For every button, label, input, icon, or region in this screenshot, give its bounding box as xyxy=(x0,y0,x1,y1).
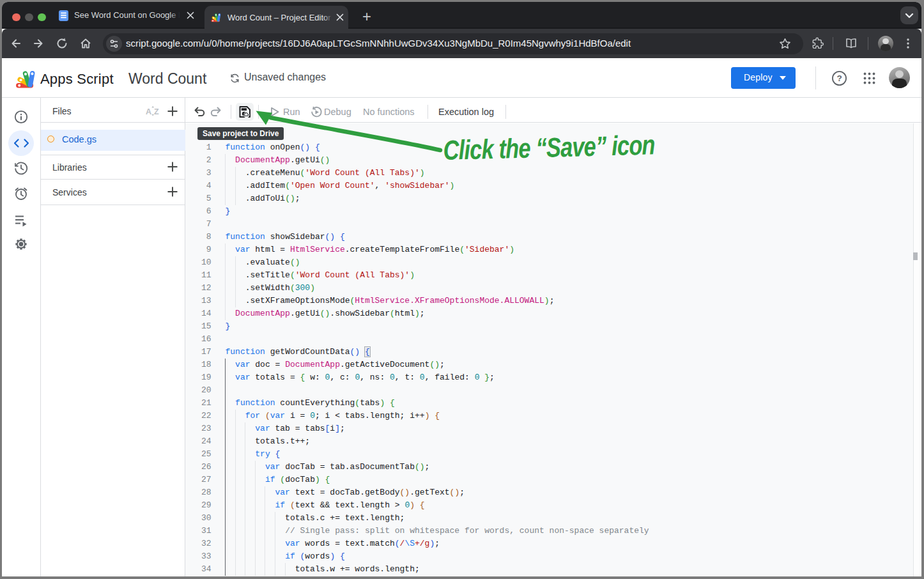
svg-text:Z: Z xyxy=(154,107,159,116)
svg-text:?: ? xyxy=(836,73,842,83)
svg-text:A: A xyxy=(146,107,151,116)
